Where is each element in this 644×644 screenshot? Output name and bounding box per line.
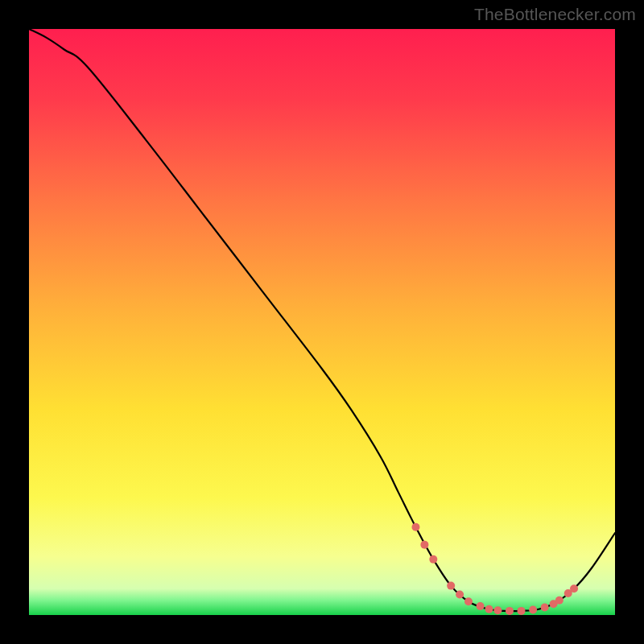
highlight-dot (541, 604, 549, 612)
highlight-dot (570, 584, 578, 592)
highlight-dot (447, 582, 455, 590)
highlight-dot (456, 591, 464, 599)
chart-svg (29, 29, 615, 615)
highlight-dot (518, 607, 526, 615)
highlight-dot (464, 597, 473, 605)
highlight-dot (529, 605, 537, 613)
highlight-dot (420, 541, 428, 549)
gradient-background (29, 29, 615, 615)
highlight-dot (555, 597, 564, 605)
watermark-text: TheBottlenecker.com (474, 5, 636, 24)
highlight-dot (493, 606, 502, 614)
highlight-dot (485, 605, 493, 613)
highlight-dot (477, 602, 485, 610)
highlight-dot (506, 607, 514, 615)
chart-frame: TheBottlenecker.com (0, 0, 644, 644)
highlight-dot (429, 555, 437, 564)
plot-area (29, 29, 615, 615)
highlight-dot (411, 523, 419, 531)
